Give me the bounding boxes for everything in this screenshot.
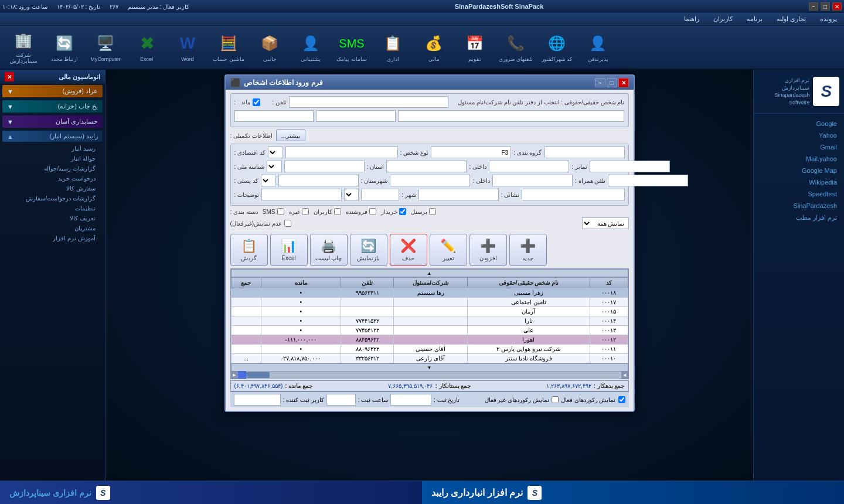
sidebar-link-mailyahoo[interactable]: Mail.yahoo	[756, 154, 842, 164]
sidebar-link-speedtest[interactable]: Speedtest	[756, 189, 842, 199]
mande-checkbox[interactable]	[253, 98, 260, 106]
panel-item-amozesh[interactable]: آموزش نرم افزار	[2, 233, 103, 243]
namayesh-faal-checkbox[interactable]	[618, 396, 625, 403]
bishtar-btn[interactable]: بیشتر...	[276, 130, 305, 141]
gheireh-checkbox[interactable]	[302, 208, 309, 215]
table-row[interactable]: ۰۰۰۱۸ زهرا مسیبی رها سیستم ۹۹۵۶۳۳۱۱ •	[231, 288, 628, 298]
namayesh-select[interactable]: نمایش همه	[582, 217, 629, 229]
group-input[interactable]	[544, 147, 625, 158]
karbaran-checkbox[interactable]	[334, 208, 341, 215]
panel-item-darkhast-kharid[interactable]: درخواست خرید	[2, 173, 103, 183]
telfon-hamrah-input[interactable]	[608, 175, 688, 186]
table-row[interactable]: ۰۰۰۱۷ تامین اجتماعی •	[231, 298, 628, 307]
tamar-input[interactable]	[590, 161, 670, 172]
menu-item-parvandeh[interactable]: پرونده	[816, 14, 840, 24]
kodposti-input[interactable]	[278, 175, 359, 186]
sidebar-link-googlemap[interactable]: Google Map	[756, 165, 842, 176]
baznmayesh-btn[interactable]: 🔄 بازنمایش	[350, 234, 387, 266]
table-row[interactable]: ۰۰۰۱۴ تارا ۷۷۴۴۱۵۳۲ •	[231, 316, 628, 326]
toolbar-citycode[interactable]: 🌐 کد شهر/کشور	[538, 28, 576, 66]
kaarbr-input[interactable]	[234, 394, 281, 406]
sms-checkbox[interactable]	[277, 208, 284, 215]
h-scroll-left[interactable]: ◀	[621, 372, 628, 379]
table-row[interactable]: ۰۰۰۱۱ شرکت نیرو هوایی پارس ۲ آقای حسینی …	[231, 345, 628, 354]
table-wrapper[interactable]: کد نام شخص حقیقی/حقوقی شرکت/مسئول تلفن م…	[231, 277, 628, 363]
gheyrfaal-checkbox-status[interactable]	[552, 396, 559, 403]
panel-item-gozareshat-rasid[interactable]: گزارشات رسید/حواله	[2, 164, 103, 173]
panel-item-rasid-anbar[interactable]: رسید انبار	[2, 144, 103, 154]
toolbar-reconnect[interactable]: 🔄 ارتباط مجدد	[46, 28, 83, 66]
dakheli2-input[interactable]	[492, 175, 573, 186]
menu-item-tejari[interactable]: تجاری اولیه	[773, 14, 809, 24]
tozi-input[interactable]	[261, 189, 342, 200]
panel-item-moshtarian[interactable]: مشتریان	[2, 223, 103, 233]
toolbar-sms[interactable]: SMS سامانه پیامک	[333, 28, 370, 66]
menu-item-rahnamaa[interactable]: راهنما	[680, 14, 703, 24]
toolbar-janabi[interactable]: 📦 جانبی	[251, 28, 288, 66]
kod-select[interactable]	[344, 189, 359, 200]
shenasemeli-select[interactable]	[267, 161, 282, 172]
panel-item-gozareshat-sefaresh[interactable]: گزارشات درخواست/سفارش	[2, 193, 103, 203]
shahrestan-input[interactable]	[390, 175, 470, 186]
neshanee-input[interactable]	[522, 189, 624, 200]
modal-min-btn[interactable]: −	[595, 78, 605, 87]
toolbar-pazirandfon[interactable]: 👤 پذیرندفن	[579, 28, 617, 66]
hazf-btn[interactable]: ❌ حذف	[390, 234, 427, 266]
horizontal-scrollbar[interactable]: ◀ ▶	[231, 372, 628, 379]
title-bar-controls[interactable]: ✕ □ −	[809, 2, 842, 11]
kod-input[interactable]	[361, 189, 399, 200]
kodposti-select[interactable]	[261, 175, 276, 186]
sidebar-link-google[interactable]: Google	[756, 118, 842, 129]
panel-item-havaale-anbar[interactable]: حواله انبار	[2, 154, 103, 164]
h-scroll-right[interactable]: ▶	[231, 372, 238, 379]
modal-max-btn[interactable]: □	[607, 78, 617, 87]
chap-list-btn[interactable]: 🖨️ چاپ لیست	[310, 234, 348, 266]
mande-input[interactable]	[234, 110, 314, 122]
toolbar-company[interactable]: 🏢 شرکت سیناپردازش	[5, 28, 42, 66]
panel-header-arad[interactable]: عراد (فروش) ▼	[2, 85, 103, 97]
menu-item-barnaameh[interactable]: برنامه	[743, 14, 766, 24]
toolbar-phones[interactable]: 📞 تلفنهای ضروری	[497, 28, 535, 66]
sidebar-link-gmail[interactable]: Gmail	[756, 142, 842, 152]
sidebar-link-motab[interactable]: نرم افزار مطب	[756, 212, 842, 223]
sidebar-link-wikipedia[interactable]: Wikipedia	[756, 177, 842, 188]
app-close-btn[interactable]: ✕	[832, 2, 842, 11]
table-row[interactable]: ۰۰۰۱۰ فروشگاه نادیا سنتر آقای زارعی ۳۳۲۵…	[231, 354, 628, 363]
afzodan-btn[interactable]: ➕ افزودن	[469, 234, 507, 266]
toolbar-edari[interactable]: 📋 اداری	[374, 28, 411, 66]
toolbar-word[interactable]: W Word	[169, 28, 206, 66]
shahr-input[interactable]	[418, 189, 499, 200]
non-display-checkbox[interactable]	[284, 220, 291, 227]
shenasemeli-input[interactable]	[284, 161, 365, 172]
barsonnel-checkbox[interactable]	[429, 208, 436, 215]
khardar-checkbox[interactable]	[399, 208, 406, 215]
tarikh-sabt-input[interactable]	[390, 394, 431, 406]
foroshandeh-checkbox[interactable]	[369, 208, 376, 215]
toolbar-calculator[interactable]: 🧮 ماشین حساب	[210, 28, 247, 66]
table-row[interactable]: ۰۰۰۱۳ علی ۷۷۴۵۴۱۲۲ •	[231, 326, 628, 335]
panel-header-raybed[interactable]: رایبد (سیستم انبار) ▲	[2, 131, 103, 142]
panel-item-tanzimate[interactable]: تنظیمات	[2, 203, 103, 213]
table-scroll-up[interactable]: ▲	[231, 269, 628, 277]
panel-header-hesabdari[interactable]: حسابداری آسان ▼	[2, 115, 103, 128]
excel-btn[interactable]: 📊 Excel	[270, 234, 308, 266]
panel-header-bokhjab[interactable]: بخ جاب (خزانه) ▼	[2, 100, 103, 113]
telefon-input[interactable]	[289, 96, 449, 108]
right-panel-close[interactable]: ✕	[5, 72, 14, 81]
toolbar-calendar[interactable]: 📅 تقویم	[456, 28, 494, 66]
name-input[interactable]	[398, 110, 625, 122]
modal-controls[interactable]: ✕ □ −	[595, 78, 629, 87]
kod-eqtesadi-input[interactable]	[285, 147, 398, 158]
toolbar-mali[interactable]: 💰 مالی	[415, 28, 452, 66]
table-scroll-down[interactable]: ▼	[231, 363, 628, 372]
dakheli1-input[interactable]	[489, 161, 569, 172]
modal-close-btn[interactable]: ✕	[618, 78, 629, 87]
kod-eqtesadi-select[interactable]	[268, 147, 283, 158]
toolbar-mycomputer[interactable]: 🖥️ MyComputer	[87, 28, 124, 66]
app-max-btn[interactable]: □	[821, 2, 830, 11]
app-min-btn[interactable]: −	[809, 2, 818, 11]
panel-item-tarif-kala[interactable]: تعریف کالا	[2, 213, 103, 223]
nov-shakhes-input[interactable]	[431, 147, 511, 158]
jadid-btn[interactable]: ➕ جدید	[509, 234, 547, 266]
taghir-btn[interactable]: ✏️ تعییر	[430, 234, 467, 266]
